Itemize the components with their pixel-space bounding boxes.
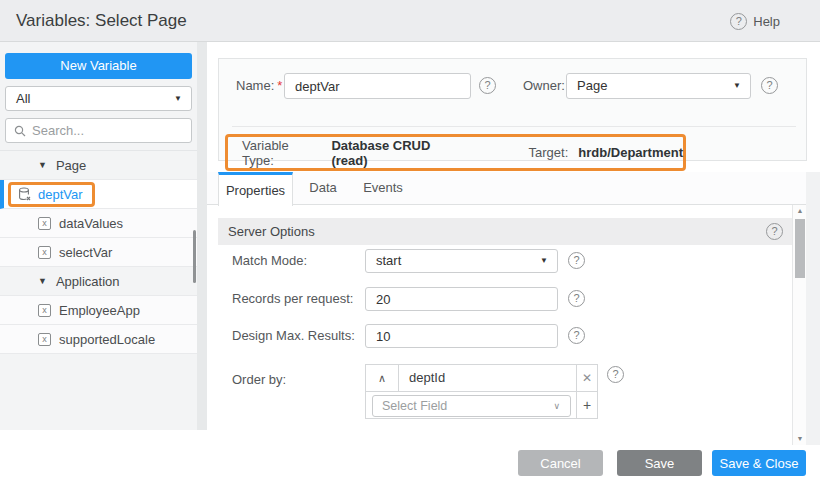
- dialog-header: Variables: Select Page ? Help: [0, 0, 820, 42]
- tab-properties[interactable]: Properties: [218, 172, 293, 206]
- remove-icon: ✕: [582, 371, 592, 385]
- variable-filter-value: All: [16, 91, 30, 106]
- tree-group-label: Application: [56, 274, 120, 289]
- variable-icon: x: [38, 333, 51, 346]
- help-label: Help: [753, 14, 780, 29]
- name-input[interactable]: [284, 73, 471, 99]
- match-mode-label: Match Mode:: [232, 249, 307, 273]
- new-variable-button[interactable]: New Variable: [5, 53, 192, 79]
- design-max-label: Design Max. Results:: [232, 324, 355, 348]
- scroll-down-icon[interactable]: ▼: [793, 433, 807, 445]
- order-by-add-row: Select Field ∨ +: [366, 392, 597, 419]
- order-by-row: ∧ deptId ✕: [366, 365, 597, 392]
- server-options-help-icon[interactable]: ?: [766, 223, 783, 240]
- name-label: Name:*: [236, 73, 282, 99]
- owner-help-icon[interactable]: ?: [761, 77, 778, 94]
- remove-field-button[interactable]: ✕: [576, 365, 597, 391]
- design-max-input[interactable]: [365, 324, 558, 348]
- variable-type-value: Database CRUD (read): [331, 138, 462, 168]
- sidebar-item-label: dataValues: [59, 216, 123, 231]
- chevron-down-icon: ▼: [174, 87, 182, 110]
- variable-search[interactable]: [5, 118, 192, 143]
- add-icon: +: [583, 397, 591, 413]
- chevron-down-icon: ▼: [733, 74, 741, 98]
- scroll-up-icon[interactable]: ▲: [793, 205, 807, 217]
- sidebar-item-datavalues[interactable]: x dataValues: [0, 209, 197, 238]
- tab-data[interactable]: Data: [293, 172, 353, 205]
- sidebar-item-supportedlocale[interactable]: x supportedLocale: [0, 325, 197, 354]
- triangle-down-icon: ▼: [38, 276, 47, 286]
- panel-right-margin: [806, 172, 820, 445]
- select-field-placeholder: Select Field: [382, 399, 447, 413]
- records-label: Records per request:: [232, 287, 353, 311]
- triangle-down-icon: ▼: [38, 160, 47, 170]
- sidebar-item-selectvar[interactable]: x selectVar: [0, 238, 197, 267]
- sort-ascending-button[interactable]: ∧: [366, 365, 399, 391]
- dialog-footer: Cancel Save Save & Close: [0, 445, 820, 492]
- match-mode-dropdown[interactable]: start ▼: [365, 249, 558, 273]
- database-variable-icon: [18, 187, 31, 201]
- records-help-icon[interactable]: ?: [568, 290, 585, 307]
- variable-icon: x: [38, 217, 51, 230]
- tab-bar: Properties Data Events: [207, 172, 807, 205]
- variable-icon: x: [38, 246, 51, 259]
- records-input[interactable]: [365, 287, 558, 311]
- form-divider: [232, 126, 796, 127]
- page-title: Variables: Select Page: [16, 0, 187, 42]
- sidebar-item-employeeapp[interactable]: x EmployeeApp: [0, 296, 197, 325]
- annotation-highlight: Variable Type: Database CRUD (read) Targ…: [225, 134, 686, 171]
- sidebar-item-label: deptVar: [38, 187, 83, 202]
- save-and-close-button[interactable]: Save & Close: [712, 450, 806, 476]
- tree-group-page[interactable]: ▼ Page: [0, 151, 197, 180]
- search-input[interactable]: [32, 123, 172, 138]
- design-max-help-icon[interactable]: ?: [568, 327, 585, 344]
- variable-icon: x: [38, 304, 51, 317]
- sidebar-item-label: supportedLocale: [59, 332, 155, 347]
- help-icon: ?: [730, 13, 747, 30]
- save-button[interactable]: Save: [617, 450, 702, 476]
- variables-dialog: Variables: Select Page ? Help New Variab…: [0, 0, 820, 492]
- variable-filter-dropdown[interactable]: All ▼: [5, 86, 192, 111]
- owner-value: Page: [577, 78, 607, 93]
- owner-dropdown[interactable]: Page ▼: [566, 73, 751, 99]
- variable-summary-box: Name:* ? Owner:* Page ▼ ? Variable Type:…: [218, 58, 807, 161]
- server-options-header: Server Options ?: [218, 218, 792, 245]
- annotation-highlight: deptVar: [8, 182, 95, 207]
- variable-type-label: Variable Type:: [242, 138, 319, 168]
- section-title: Server Options: [228, 224, 315, 239]
- match-mode-value: start: [376, 253, 401, 268]
- chevron-down-icon: ▼: [540, 250, 548, 272]
- sidebar-item-label: EmployeeApp: [59, 303, 140, 318]
- panel-divider: [197, 42, 207, 430]
- target-label: Target:: [529, 145, 569, 160]
- tab-events[interactable]: Events: [353, 172, 413, 205]
- scrollbar-thumb[interactable]: [795, 219, 805, 278]
- variables-tree: ▼ Page deptVar x dataValues x selectVar: [0, 150, 197, 354]
- variables-sidebar: New Variable All ▼ ▼ Page deptVar: [0, 42, 197, 430]
- select-field-dropdown[interactable]: Select Field ∨: [372, 395, 571, 417]
- help-link[interactable]: ? Help: [730, 0, 780, 42]
- order-by-field-value: deptId: [399, 365, 576, 391]
- variable-detail-panel: Name:* ? Owner:* Page ▼ ? Variable Type:…: [207, 42, 820, 445]
- order-by-help-icon[interactable]: ?: [607, 366, 624, 383]
- name-help-icon[interactable]: ?: [479, 77, 496, 94]
- sidebar-item-deptvar[interactable]: deptVar: [0, 180, 197, 209]
- content-scrollbar[interactable]: ▲ ▼: [792, 205, 806, 445]
- ascending-icon: ∧: [378, 372, 386, 384]
- cancel-button[interactable]: Cancel: [518, 450, 603, 476]
- tree-group-application[interactable]: ▼ Application: [0, 267, 197, 296]
- required-asterisk: *: [277, 78, 282, 93]
- target-value: hrdb/Department: [578, 145, 683, 160]
- order-by-widget: ∧ deptId ✕ Select Field ∨ +: [365, 364, 598, 419]
- add-field-button[interactable]: +: [576, 392, 597, 419]
- search-icon: [14, 125, 26, 137]
- sidebar-scrollbar-thumb[interactable]: [193, 230, 196, 283]
- sidebar-item-label: selectVar: [59, 245, 112, 260]
- match-mode-help-icon[interactable]: ?: [568, 252, 585, 269]
- chevron-down-icon: ∨: [554, 396, 561, 416]
- order-by-label: Order by:: [232, 368, 286, 392]
- tree-group-label: Page: [56, 158, 86, 173]
